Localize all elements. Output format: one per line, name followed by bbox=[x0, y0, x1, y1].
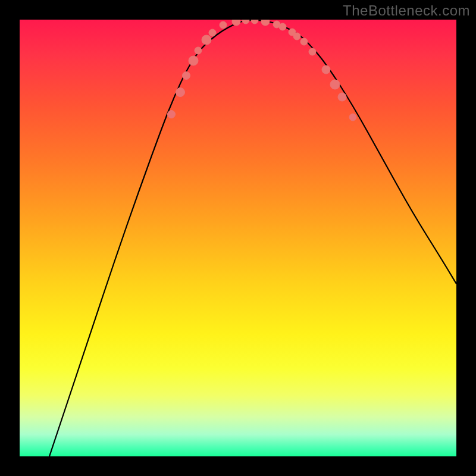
data-marker bbox=[251, 20, 258, 24]
data-marker bbox=[232, 20, 240, 26]
data-marker bbox=[309, 48, 316, 55]
data-marker bbox=[322, 65, 330, 74]
data-marker bbox=[330, 80, 340, 89]
data-marker bbox=[338, 93, 346, 101]
chart-plot-area bbox=[20, 20, 456, 456]
data-marker bbox=[189, 56, 198, 65]
data-marker bbox=[176, 88, 185, 97]
data-marker bbox=[242, 20, 249, 24]
data-marker bbox=[349, 114, 356, 121]
data-marker bbox=[209, 29, 216, 36]
bottleneck-curve bbox=[49, 20, 456, 456]
data-marker bbox=[293, 33, 300, 40]
data-marker bbox=[300, 38, 308, 45]
data-marker bbox=[261, 20, 270, 26]
data-markers bbox=[168, 20, 357, 121]
data-marker bbox=[202, 35, 211, 45]
data-marker bbox=[168, 111, 176, 118]
data-marker bbox=[279, 23, 286, 30]
data-marker bbox=[183, 72, 190, 80]
chart-frame: TheBottleneck.com bbox=[0, 0, 476, 476]
chart-svg bbox=[20, 20, 456, 456]
watermark-label: TheBottleneck.com bbox=[343, 2, 470, 19]
data-marker bbox=[220, 21, 227, 29]
data-marker bbox=[195, 47, 202, 54]
